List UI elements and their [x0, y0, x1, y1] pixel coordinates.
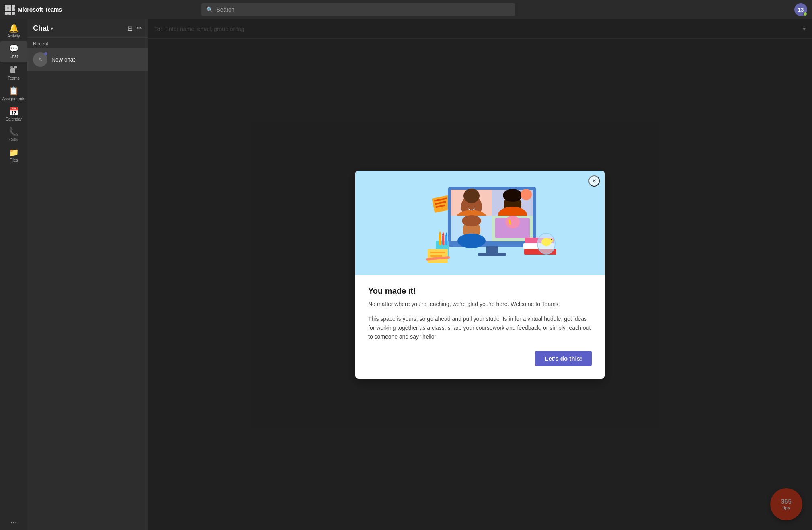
svg-rect-37: [430, 252, 445, 253]
welcome-modal: ×: [355, 171, 605, 379]
chat-section-recent: Recent: [27, 38, 148, 48]
search-input[interactable]: [216, 6, 510, 13]
avatar[interactable]: 13: [794, 3, 807, 16]
sidebar-item-label-teams: Teams: [8, 76, 19, 80]
svg-point-21: [462, 215, 481, 226]
main-layout: 🔔 Activity 💬 Chat Teams 📋 Assignments 📅 …: [0, 19, 812, 530]
svg-point-22: [457, 234, 486, 248]
avatar-status-badge: [803, 12, 807, 16]
sidebar-item-chat[interactable]: 💬 Chat: [0, 41, 27, 62]
calls-icon: 📞: [9, 128, 19, 136]
svg-rect-32: [442, 235, 444, 245]
sidebar: 🔔 Activity 💬 Chat Teams 📋 Assignments 📅 …: [0, 19, 27, 530]
title-bar: Microsoft Teams 🔍 13: [0, 0, 812, 19]
sidebar-item-label-files: Files: [9, 158, 18, 162]
files-icon: 📁: [9, 148, 19, 156]
modal-close-button[interactable]: ×: [588, 175, 600, 187]
sidebar-item-label-chat: Chat: [9, 54, 18, 59]
search-icon: 🔍: [206, 6, 213, 13]
modal-overlay: ×: [148, 19, 812, 530]
chat-actions: ⊟ ✏: [127, 25, 142, 32]
modal-paragraph2: This space is yours, so go ahead and pul…: [368, 314, 592, 341]
svg-rect-38: [430, 255, 442, 257]
cta-button[interactable]: Let's do this!: [535, 351, 592, 366]
sidebar-item-calls[interactable]: 📞 Calls: [0, 125, 27, 145]
svg-point-25: [505, 216, 520, 228]
activity-icon: 🔔: [9, 24, 19, 32]
sidebar-item-files[interactable]: 📁 Files: [0, 145, 27, 166]
modal-paragraph1: No matter where you're teaching, we're g…: [368, 300, 592, 308]
app-name: Microsoft Teams: [18, 6, 62, 13]
svg-point-2: [10, 66, 13, 68]
modal-illustration: ×: [355, 171, 605, 275]
sidebar-item-assignments[interactable]: 📋 Assignments: [0, 84, 27, 104]
sidebar-item-label-assignments: Assignments: [2, 97, 25, 101]
svg-marker-35: [445, 232, 447, 236]
chat-panel-title: Chat: [33, 24, 49, 33]
sidebar-item-label-calendar: Calendar: [6, 117, 22, 121]
svg-rect-0: [10, 68, 15, 73]
new-chat-dot: [44, 52, 47, 55]
svg-point-1: [14, 66, 17, 69]
app-grid-icon[interactable]: [5, 5, 14, 14]
new-chat-label: New chat: [51, 56, 75, 63]
chat-panel-chevron-icon[interactable]: ▾: [51, 26, 53, 31]
filter-icon[interactable]: ⊟: [127, 25, 133, 32]
sidebar-item-label-calls: Calls: [9, 138, 18, 142]
modal-title: You made it!: [368, 286, 592, 296]
modal-body: You made it! No matter where you're teac…: [355, 275, 605, 379]
svg-rect-28: [478, 253, 506, 256]
svg-point-45: [548, 238, 553, 242]
svg-point-12: [466, 194, 477, 203]
svg-point-18: [521, 189, 532, 200]
search-bar[interactable]: 🔍: [201, 3, 515, 16]
new-chat-avatar: ✎: [33, 52, 47, 67]
chat-icon: 💬: [9, 45, 19, 53]
compose-icon[interactable]: ✏: [137, 25, 142, 32]
svg-rect-30: [439, 234, 441, 245]
modal-illustration-svg: [396, 175, 564, 271]
svg-point-47: [551, 239, 552, 240]
chat-panel-header: Chat ▾ ⊟ ✏: [27, 19, 148, 38]
svg-marker-33: [442, 232, 444, 235]
sidebar-item-label-activity: Activity: [7, 34, 20, 38]
sidebar-item-teams[interactable]: Teams: [0, 62, 27, 84]
teams-icon: [9, 65, 18, 74]
sidebar-item-calendar[interactable]: 📅 Calendar: [0, 104, 27, 125]
chat-list-item-new-chat[interactable]: ✎ New chat: [27, 48, 148, 71]
sidebar-more-button[interactable]: ...: [10, 516, 17, 525]
content-area: To: ▾ ×: [148, 19, 812, 530]
assignments-icon: 📋: [9, 87, 19, 95]
calendar-icon: 📅: [9, 107, 19, 115]
sidebar-item-activity[interactable]: 🔔 Activity: [0, 21, 27, 41]
svg-rect-34: [445, 236, 447, 245]
chat-panel: Chat ▾ ⊟ ✏ Recent ✎ New chat: [27, 19, 148, 530]
svg-point-16: [503, 189, 522, 202]
modal-footer: Let's do this!: [368, 351, 592, 366]
svg-marker-31: [439, 231, 441, 234]
